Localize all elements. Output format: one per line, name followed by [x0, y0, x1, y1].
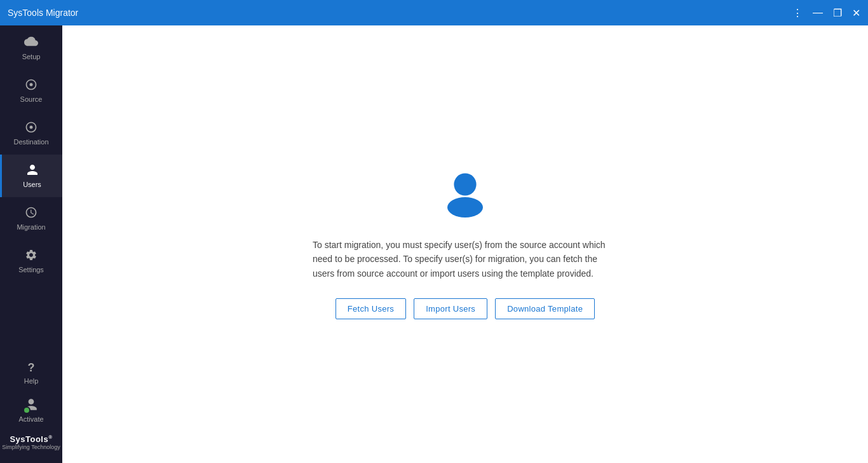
activate-icon-wrapper	[24, 397, 38, 413]
help-icon: ?	[28, 361, 35, 375]
settings-icon	[25, 249, 37, 263]
sidebar-item-setup[interactable]: Setup	[0, 25, 62, 69]
app-title: SysTools Migrator	[8, 8, 78, 18]
setup-label: Setup	[22, 53, 41, 60]
center-panel: To start migration, you must specify use…	[313, 169, 618, 319]
source-icon	[25, 78, 37, 93]
green-dot-indicator	[23, 406, 31, 414]
svg-point-2	[454, 173, 476, 195]
minimize-button[interactable]: —	[813, 7, 823, 18]
migration-label: Migration	[17, 223, 45, 231]
close-button[interactable]: ✕	[852, 7, 860, 19]
title-bar: SysTools Migrator ⋮ — ❐ ✕	[0, 0, 868, 25]
user-avatar-icon	[440, 169, 491, 220]
brand-tagline: Simplifying Technology	[2, 444, 60, 450]
destination-label: Destination	[13, 138, 48, 146]
description-text: To start migration, you must specify use…	[313, 238, 618, 280]
app-body: Setup Source Destination Users	[0, 25, 868, 463]
destination-icon	[25, 121, 37, 135]
main-content: To start migration, you must specify use…	[62, 25, 868, 463]
sidebar-bottom: ? Help Activate SysTools® Simplifying Te	[0, 355, 62, 463]
activate-label: Activate	[18, 415, 43, 423]
svg-point-0	[30, 83, 33, 86]
help-label: Help	[24, 377, 39, 385]
cloud-icon	[24, 34, 38, 50]
sidebar-item-destination[interactable]: Destination	[0, 112, 62, 155]
menu-icon[interactable]: ⋮	[792, 7, 803, 19]
sidebar-item-source[interactable]: Source	[0, 69, 62, 112]
sidebar-item-activate[interactable]: Activate	[0, 391, 62, 429]
user-icon-container	[440, 169, 491, 223]
import-users-button[interactable]: Import Users	[414, 298, 487, 319]
title-bar-controls: ⋮ — ❐ ✕	[792, 7, 860, 19]
migration-icon	[25, 206, 37, 221]
brand-logo: SysTools® Simplifying Technology	[0, 429, 62, 458]
brand-name: SysTools®	[10, 434, 52, 444]
title-bar-left: SysTools Migrator	[8, 8, 78, 18]
sidebar-item-users[interactable]: Users	[0, 155, 62, 197]
sidebar-item-help[interactable]: ? Help	[0, 355, 62, 391]
action-buttons: Fetch Users Import Users Download Templa…	[336, 298, 595, 319]
svg-point-3	[447, 197, 483, 218]
fetch-users-button[interactable]: Fetch Users	[336, 298, 406, 319]
svg-point-1	[30, 126, 33, 129]
sidebar-item-settings[interactable]: Settings	[0, 240, 62, 282]
download-template-button[interactable]: Download Template	[495, 298, 595, 319]
source-label: Source	[20, 95, 43, 103]
sidebar-item-migration[interactable]: Migration	[0, 197, 62, 240]
sidebar: Setup Source Destination Users	[0, 25, 62, 463]
settings-label: Settings	[18, 266, 44, 273]
maximize-button[interactable]: ❐	[833, 7, 842, 19]
users-label: Users	[23, 181, 41, 188]
users-icon	[26, 163, 39, 178]
